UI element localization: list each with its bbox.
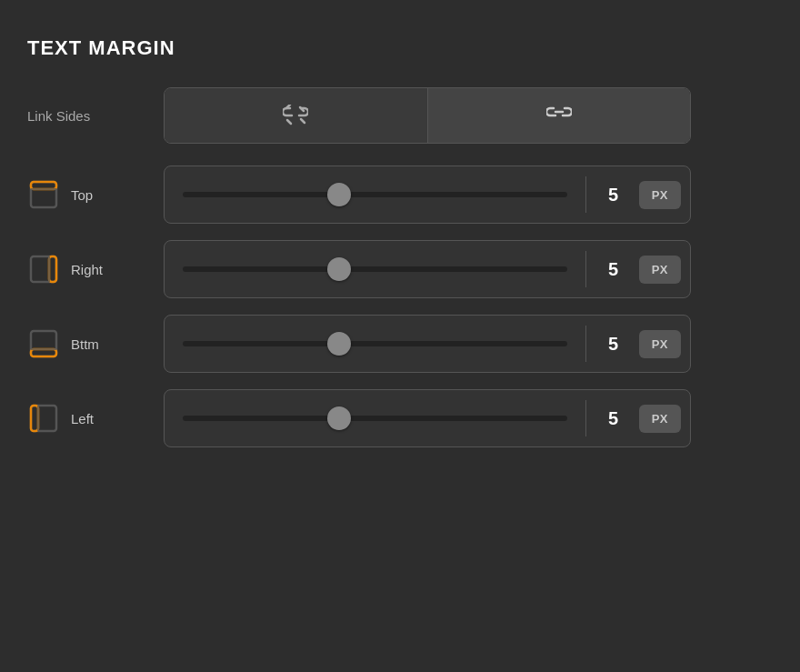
left-unit-button[interactable]: PX [639, 405, 681, 433]
bttm-unit-button[interactable]: PX [639, 330, 681, 358]
left-margin-icon [27, 402, 60, 435]
svg-line-2 [287, 120, 291, 124]
panel-title: TEXT MARGIN [27, 36, 773, 60]
unlink-button[interactable] [165, 88, 427, 143]
top-icon-label: Top [27, 178, 145, 211]
bttm-label: Bttm [71, 336, 99, 352]
top-divider [585, 176, 586, 213]
left-slider[interactable] [183, 416, 567, 421]
left-slider-container: 5 PX [164, 389, 691, 447]
bttm-margin-icon [27, 327, 60, 360]
bttm-value: 5 [595, 334, 632, 355]
svg-rect-9 [49, 256, 56, 282]
left-label: Left [71, 411, 94, 426]
top-slider-container: 5 PX [164, 165, 691, 224]
bttm-slider-container: 5 PX [164, 315, 691, 373]
left-slider-track [174, 416, 576, 421]
link-sides-toggle-group [164, 87, 691, 144]
right-unit-button[interactable]: PX [639, 256, 681, 284]
bttm-icon-label: Bttm [27, 327, 145, 360]
bttm-slider[interactable] [183, 341, 567, 346]
top-slider-track [174, 192, 576, 197]
svg-rect-12 [31, 349, 56, 356]
link-sides-row: Link Sides [27, 87, 773, 144]
right-value: 5 [595, 259, 632, 280]
link-sides-label: Link Sides [27, 108, 145, 124]
top-value: 5 [595, 185, 632, 206]
bttm-divider [585, 326, 586, 362]
unlink-icon [283, 105, 308, 126]
right-icon-label: Right [27, 253, 145, 286]
left-value: 5 [595, 408, 632, 429]
top-margin-icon [27, 178, 60, 211]
link-icon [546, 105, 572, 126]
right-divider [585, 251, 586, 287]
right-margin-icon [27, 253, 60, 286]
left-icon-label: Left [27, 402, 145, 435]
link-button[interactable] [427, 88, 691, 143]
right-slider[interactable] [183, 266, 567, 272]
top-margin-row: Top 5 PX [27, 165, 773, 224]
right-label: Right [71, 262, 103, 277]
top-label: Top [71, 187, 93, 203]
svg-rect-6 [31, 182, 56, 189]
left-margin-row: Left 5 PX [27, 389, 773, 447]
svg-rect-5 [31, 182, 56, 207]
top-slider[interactable] [183, 192, 567, 197]
svg-rect-11 [31, 331, 56, 356]
right-slider-track [174, 266, 576, 272]
bttm-margin-row: Bttm 5 PX [27, 315, 773, 373]
top-unit-button[interactable]: PX [639, 181, 681, 209]
left-divider [585, 400, 586, 436]
svg-line-1 [301, 119, 305, 123]
svg-rect-15 [31, 406, 38, 431]
svg-rect-8 [31, 256, 56, 282]
right-margin-row: Right 5 PX [27, 240, 773, 298]
text-margin-panel: TEXT MARGIN Link Sides [0, 0, 800, 672]
svg-rect-14 [31, 406, 56, 431]
bttm-slider-track [174, 341, 576, 346]
right-slider-container: 5 PX [164, 240, 691, 298]
